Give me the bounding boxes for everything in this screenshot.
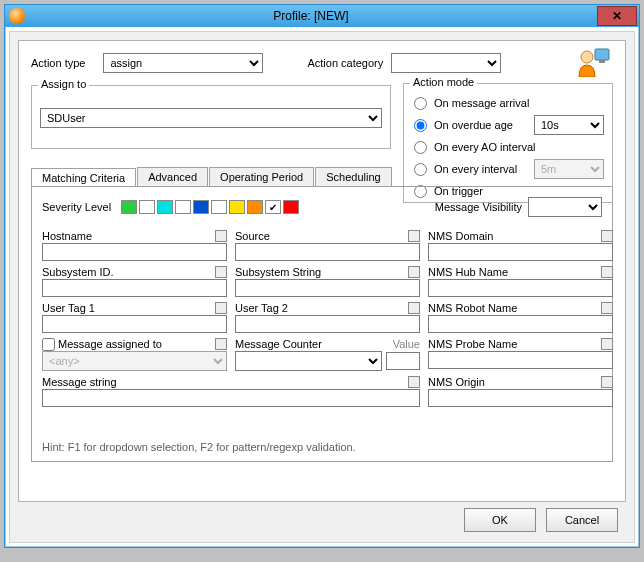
- subsystem-id-label: Subsystem ID.: [42, 266, 114, 278]
- source-label: Source: [235, 230, 270, 242]
- assign-fieldset: Assign to SDUser: [31, 85, 391, 149]
- mode-interval-radio[interactable]: [414, 163, 427, 176]
- usertag1-input[interactable]: [42, 315, 227, 333]
- severity-swatch-3[interactable]: [175, 200, 191, 214]
- usertag1-popup-button[interactable]: [215, 302, 227, 314]
- hostname-input[interactable]: [42, 243, 227, 261]
- nms-origin-popup-button[interactable]: [601, 376, 613, 388]
- subsystem-string-input[interactable]: [235, 279, 420, 297]
- mode-overdue-radio[interactable]: [414, 119, 427, 132]
- subsystem-id-input[interactable]: [42, 279, 227, 297]
- nms-probe-popup-button[interactable]: [601, 338, 613, 350]
- action-category-select[interactable]: [391, 53, 501, 73]
- ok-button[interactable]: OK: [464, 508, 536, 532]
- usertag2-label: User Tag 2: [235, 302, 288, 314]
- tab-operating-period[interactable]: Operating Period: [209, 167, 314, 186]
- mode-interval-label: On every interval: [434, 163, 517, 175]
- source-popup-button[interactable]: [408, 230, 420, 242]
- severity-swatch-7[interactable]: [247, 200, 263, 214]
- severity-swatch-2[interactable]: [157, 200, 173, 214]
- msg-assigned-popup-button[interactable]: [215, 338, 227, 350]
- nms-domain-label: NMS Domain: [428, 230, 493, 242]
- tab-matching-criteria[interactable]: Matching Criteria: [31, 168, 136, 187]
- nms-domain-input[interactable]: [428, 243, 613, 261]
- nms-hub-input[interactable]: [428, 279, 613, 297]
- close-button[interactable]: ✕: [597, 6, 637, 26]
- mode-arrival-radio[interactable]: [414, 97, 427, 110]
- msg-string-input[interactable]: [42, 389, 420, 407]
- action-category-label: Action category: [307, 57, 383, 69]
- nms-hub-label: NMS Hub Name: [428, 266, 508, 278]
- msg-assigned-checkbox[interactable]: [42, 338, 55, 351]
- assign-legend: Assign to: [38, 78, 89, 90]
- assign-to-select[interactable]: SDUser: [40, 108, 382, 128]
- mode-overdue-label: On overdue age: [434, 119, 513, 131]
- mode-overdue-select[interactable]: 10s: [534, 115, 604, 135]
- severity-swatch-4[interactable]: [193, 200, 209, 214]
- nms-robot-input[interactable]: [428, 315, 613, 333]
- titlebar: Profile: [NEW] ✕: [5, 5, 639, 27]
- msg-counter-label: Message Counter: [235, 338, 322, 350]
- severity-swatch-9[interactable]: [283, 200, 299, 214]
- msg-string-popup-button[interactable]: [408, 376, 420, 388]
- tab-scheduling[interactable]: Scheduling: [315, 167, 391, 186]
- nms-origin-input[interactable]: [428, 389, 613, 407]
- hint-text: Hint: F1 for dropdown selection, F2 for …: [42, 441, 356, 453]
- usertag2-input[interactable]: [235, 315, 420, 333]
- subsystem-string-label: Subsystem String: [235, 266, 321, 278]
- severity-swatch-0[interactable]: [121, 200, 137, 214]
- tab-advanced[interactable]: Advanced: [137, 167, 208, 186]
- nms-robot-popup-button[interactable]: [601, 302, 613, 314]
- severity-swatch-6[interactable]: [229, 200, 245, 214]
- msg-counter-select[interactable]: [235, 351, 382, 371]
- msg-assigned-label: Message assigned to: [58, 338, 162, 350]
- nms-domain-popup-button[interactable]: [601, 230, 613, 242]
- usertag2-popup-button[interactable]: [408, 302, 420, 314]
- top-row: Action type assign Action category: [31, 53, 613, 73]
- hostname-label: Hostname: [42, 230, 92, 242]
- nms-hub-popup-button[interactable]: [601, 266, 613, 278]
- nms-probe-input[interactable]: [428, 351, 613, 369]
- action-type-label: Action type: [31, 57, 85, 69]
- msg-string-label: Message string: [42, 376, 117, 388]
- action-mode-fieldset: Action mode On message arrival On overdu…: [403, 83, 613, 203]
- hostname-popup-button[interactable]: [215, 230, 227, 242]
- msg-visibility-label: Message Visibility: [435, 201, 522, 213]
- severity-swatch-1[interactable]: [139, 200, 155, 214]
- action-mode-legend: Action mode: [410, 76, 477, 88]
- msg-counter-value-input[interactable]: [386, 352, 420, 370]
- app-icon: [9, 8, 25, 24]
- tab-body: Severity Level ✔ Message Visibility Host…: [31, 186, 613, 462]
- nms-origin-label: NMS Origin: [428, 376, 485, 388]
- source-input[interactable]: [235, 243, 420, 261]
- svg-rect-1: [599, 60, 605, 63]
- window-title: Profile: [NEW]: [25, 9, 597, 23]
- severity-swatches: ✔: [121, 200, 299, 214]
- user-icon: [577, 47, 611, 77]
- svg-point-2: [581, 51, 593, 63]
- usertag1-label: User Tag 1: [42, 302, 95, 314]
- mode-arrival-label: On message arrival: [434, 97, 529, 109]
- mode-ao-label: On every AO interval: [434, 141, 536, 153]
- msg-assigned-select: <any>: [42, 351, 227, 371]
- client-area: Action type assign Action category: [9, 31, 635, 543]
- action-type-select[interactable]: assign: [103, 53, 263, 73]
- severity-label: Severity Level: [42, 201, 111, 213]
- nms-robot-label: NMS Robot Name: [428, 302, 517, 314]
- mode-ao-radio[interactable]: [414, 141, 427, 154]
- severity-swatch-5[interactable]: [211, 200, 227, 214]
- nms-probe-label: NMS Probe Name: [428, 338, 517, 350]
- svg-rect-0: [595, 49, 609, 60]
- subsystem-string-popup-button[interactable]: [408, 266, 420, 278]
- dialog-window: Profile: [NEW] ✕ Action type assign Acti…: [4, 4, 640, 548]
- subsystem-id-popup-button[interactable]: [215, 266, 227, 278]
- mode-interval-select: 5m: [534, 159, 604, 179]
- dialog-buttons: OK Cancel: [464, 508, 618, 532]
- severity-swatch-8[interactable]: ✔: [265, 200, 281, 214]
- cancel-button[interactable]: Cancel: [546, 508, 618, 532]
- msg-visibility-select[interactable]: [528, 197, 602, 217]
- main-panel: Action type assign Action category: [18, 40, 626, 502]
- value-label: Value: [393, 338, 420, 350]
